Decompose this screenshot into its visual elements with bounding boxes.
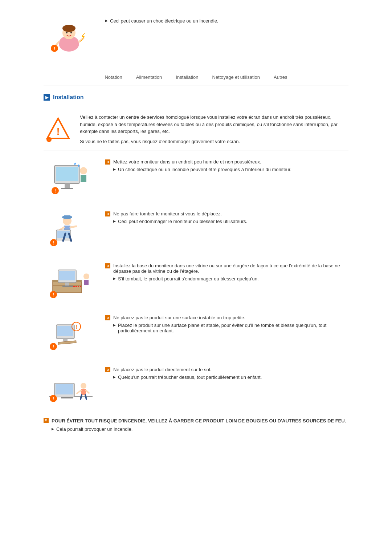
svg-text:!: ! <box>75 324 77 330</box>
warning-row: ! ! Veillez à contacter un centre de ser… <box>44 108 348 150</box>
section-icon: ▶ <box>44 94 50 101</box>
svg-rect-15 <box>65 183 70 188</box>
svg-text:!: ! <box>53 240 54 246</box>
svg-text:!: ! <box>53 396 54 401</box>
svg-line-61 <box>81 395 82 399</box>
tab-nettoyage[interactable]: Nettoyage et utilisation <box>211 74 262 81</box>
svg-line-62 <box>85 395 86 399</box>
svg-rect-39 <box>62 285 73 287</box>
illus-2-svg: ! <box>47 210 94 246</box>
tab-autres[interactable]: Autres <box>272 74 289 81</box>
tab-alimentation[interactable]: Alimentation <box>135 74 164 81</box>
svg-text:!: ! <box>57 126 60 137</box>
content-row-4: ! ! D Ne placez pas le produit sur une s… <box>44 306 348 358</box>
row1-sub: Un choc électrique ou un incendie peuven… <box>113 167 348 172</box>
nav-tabs: Notation Alimentation Installation Netto… <box>44 69 348 85</box>
svg-rect-44 <box>84 280 89 285</box>
svg-text:!: ! <box>53 292 54 297</box>
content-row-3: ! D Installez la base du moniteur dans u… <box>44 254 348 306</box>
row4-text: D Ne placez pas le produit sur une surfa… <box>105 312 348 333</box>
warning-text-block: Veillez à contacter un centre de service… <box>80 114 348 144</box>
svg-rect-56 <box>61 397 73 398</box>
row1-main: D Mettez votre moniteur dans un endroit … <box>105 159 348 165</box>
row2-text: D Ne pas faire tomber le moniteur si vou… <box>105 208 348 224</box>
section-title: Installation <box>53 94 83 101</box>
row1-text: D Mettez votre moniteur dans un endroit … <box>105 156 348 172</box>
row2-sub: Ceci peut endommager le moniteur ou bles… <box>113 219 348 224</box>
triangle-warning-icon: ! ! <box>45 117 71 142</box>
row1-bullet-icon: D <box>105 159 110 165</box>
svg-rect-55 <box>56 384 73 394</box>
illus-5-svg: ! <box>47 366 94 402</box>
warning-sub-text: Si vous ne le faites pas, vous risquez d… <box>80 139 348 144</box>
svg-rect-14 <box>56 167 78 181</box>
svg-rect-38 <box>65 283 69 285</box>
svg-rect-47 <box>63 339 68 341</box>
row2-main: D Ne pas faire tomber le moniteur si vou… <box>105 211 348 216</box>
illus-1-svg: ! <box>47 158 94 194</box>
row3-bullet-icon: D <box>105 263 110 268</box>
row2-bullet-icon: D <box>105 211 110 216</box>
row3-main: D Installez la base du moniteur dans une… <box>105 263 348 274</box>
svg-rect-46 <box>57 326 73 336</box>
svg-line-60 <box>86 390 89 393</box>
top-illustration: ! <box>47 16 91 53</box>
svg-rect-37 <box>59 271 75 280</box>
fire-main: D POUR ÉVITER TOUT RISQUE D'INCENDIE, VE… <box>44 417 348 425</box>
fire-warning: D POUR ÉVITER TOUT RISQUE D'INCENDIE, VE… <box>44 410 348 436</box>
svg-point-17 <box>80 167 87 174</box>
illus-3-svg: ! <box>47 262 94 298</box>
row4-sub: Placez le produit sur une surface plane … <box>113 323 348 333</box>
illus-1: ! <box>44 156 98 196</box>
content-row-5: ! D Ne placez pas le produit directement… <box>44 358 348 410</box>
row5-bullet-icon: D <box>105 367 110 372</box>
svg-point-57 <box>81 383 86 389</box>
top-text: Ceci peut causer un choc électrique ou u… <box>105 15 218 25</box>
illus-4-svg: ! ! <box>47 314 94 350</box>
top-bullet: Ceci peut causer un choc électrique ou u… <box>105 18 218 24</box>
row5-text: D Ne placez pas le produit directement s… <box>105 364 348 380</box>
illus-4: ! ! <box>44 312 98 352</box>
svg-line-26 <box>70 226 76 227</box>
fire-bullet-icon: D <box>44 418 49 423</box>
fire-sub: Cela pourrait provoquer un incendie. <box>52 426 348 432</box>
svg-rect-58 <box>81 389 86 395</box>
svg-point-43 <box>83 274 89 279</box>
tab-notation[interactable]: Notation <box>103 74 123 81</box>
top-image: ! <box>44 15 94 54</box>
svg-text:!: ! <box>53 344 54 349</box>
tab-installation[interactable]: Installation <box>174 74 200 81</box>
illus-3: ! <box>44 260 98 300</box>
illus-2: ! <box>44 208 98 248</box>
svg-point-4 <box>70 32 72 33</box>
row5-sub: Quelqu'un pourrait trébucher dessus, tou… <box>113 374 348 380</box>
row4-main: D Ne placez pas le produit sur une surfa… <box>105 315 348 320</box>
illus-5: ! <box>44 364 98 404</box>
triangle-icon-container: ! ! <box>44 114 73 142</box>
svg-rect-16 <box>61 188 73 189</box>
section-header: ▶ Installation <box>44 94 348 101</box>
svg-rect-23 <box>64 215 70 218</box>
svg-rect-18 <box>81 175 86 182</box>
content-row-2: ! D Ne pas faire tomber le moniteur si v… <box>44 202 348 254</box>
content-row-1: ! D Mettez votre moniteur dans un endroi… <box>44 150 348 202</box>
svg-point-2 <box>62 25 75 32</box>
svg-text:!: ! <box>54 46 55 51</box>
svg-text:!: ! <box>54 189 56 194</box>
top-section: ! Ceci peut causer un choc électrique ou… <box>44 7 348 62</box>
row3-sub: S'il tombait, le produit pourrait s'endo… <box>113 276 348 281</box>
warning-main-text: Veillez à contacter un centre de service… <box>80 114 348 135</box>
row4-bullet-icon: D <box>105 315 110 320</box>
svg-point-3 <box>66 32 68 33</box>
svg-line-59 <box>77 390 81 393</box>
row3-text: D Installez la base du moniteur dans une… <box>105 260 348 281</box>
row5-main: D Ne placez pas le produit directement s… <box>105 367 348 372</box>
svg-text:!: ! <box>49 138 50 142</box>
